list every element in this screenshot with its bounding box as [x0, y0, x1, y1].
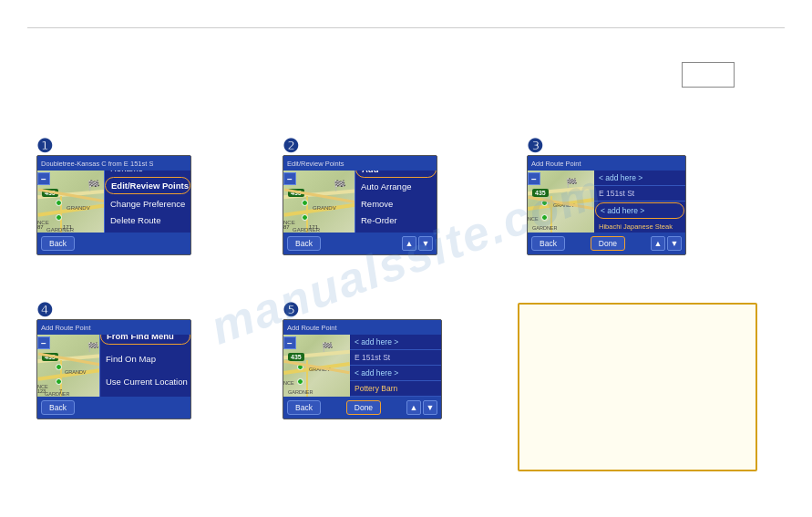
step4-header: Add Route Point — [37, 320, 190, 335]
step3-done[interactable]: Done — [591, 236, 625, 251]
map-dot1 — [56, 200, 62, 206]
map-flag2: 🏁 — [334, 180, 346, 191]
map-minus-btn[interactable]: − — [37, 172, 50, 185]
step3-bottom: Back Done ▲ ▼ — [528, 233, 685, 254]
menu-remove[interactable]: Remove — [355, 196, 437, 212]
route-e-151st: E 151st St — [594, 186, 685, 202]
route-add-here-1[interactable]: < add here > — [594, 171, 685, 186]
map-num2: 171 — [309, 224, 318, 230]
top-right-box — [682, 62, 735, 88]
step2-screen: Edit/Review Points 435 🏁 NCE GRANDV GARD… — [283, 155, 437, 255]
step2-shield: 435 — [288, 189, 304, 197]
map-flag4: 🏁 — [87, 342, 98, 352]
step5-back[interactable]: Back — [287, 400, 321, 415]
s5-route-add-here-1[interactable]: < add here > — [350, 335, 441, 350]
step2-arrows: ▲ ▼ — [402, 236, 433, 251]
menu-auto-arrange[interactable]: Auto Arrange — [355, 179, 437, 194]
step5-arrow-down[interactable]: ▼ — [423, 400, 437, 415]
map-label-grandv4: GRANDV — [65, 369, 87, 375]
map-dot2 — [302, 214, 308, 221]
map-label-nce3: NCE — [528, 216, 539, 222]
step4-back[interactable]: Back — [41, 400, 75, 415]
map-dot1 — [297, 364, 303, 370]
step3-header: Add Route Point — [528, 156, 685, 171]
step5-arrow-up[interactable]: ▲ — [406, 400, 421, 415]
map-dot2 — [297, 378, 303, 385]
step1-back[interactable]: Back — [41, 236, 75, 251]
map-flag5: 🏁 — [322, 342, 333, 352]
step3-arrow-down[interactable]: ▼ — [667, 236, 682, 251]
step3-arrows: ▲ ▼ — [651, 236, 682, 251]
step3-back[interactable]: Back — [531, 236, 565, 251]
s5-route-pottery-barn: Pottery Barn — [350, 381, 441, 397]
map-label-gardner3: GARDNER — [532, 225, 558, 231]
map-label-gardner5: GARDNER — [288, 389, 313, 395]
menu-re-order[interactable]: Re-Order — [355, 212, 437, 228]
map-dot2 — [541, 214, 548, 221]
map-dot1 — [56, 364, 62, 370]
step2-back[interactable]: Back — [287, 236, 321, 251]
step2-bottom: Back ▲ ▼ — [283, 233, 437, 254]
s5-route-e-151st: E 151st St — [350, 350, 441, 366]
step4-screen: Add Route Point 435 🏁 NCE GRANDV GARDNER… — [36, 319, 191, 419]
road1 — [528, 198, 594, 211]
map-minus-btn3[interactable]: − — [528, 172, 540, 185]
menu-use-current[interactable]: Use Current Location — [100, 374, 190, 389]
map-flag1: 🏁 — [87, 180, 100, 191]
map-minus-btn4[interactable]: − — [37, 336, 50, 349]
map-label-nce5: NCE — [283, 380, 294, 386]
route-add-here-2[interactable]: < add here > — [595, 202, 684, 219]
step4-area: ❹ Add Route Point 435 🏁 NCE GRANDV GARDN… — [36, 299, 53, 324]
step2-arrow-up[interactable]: ▲ — [402, 236, 416, 251]
step4-shield: 435 — [42, 353, 58, 361]
step3-route-list: < add here > E 151st St < add here > Hib… — [594, 171, 685, 233]
step2-number: ❷ — [283, 135, 299, 157]
map-dot2 — [56, 214, 62, 221]
map-dot2 — [56, 378, 62, 385]
menu-find-on-map[interactable]: Find On Map — [100, 351, 190, 367]
step3-screen: Add Route Point 435 🏁 NCE GRANDV GARDNER… — [527, 155, 686, 255]
step2-header: Edit/Review Points — [283, 156, 437, 171]
notes-empty-box — [518, 303, 757, 471]
map-dot1 — [302, 200, 308, 206]
map-minus-btn2[interactable]: − — [283, 172, 296, 185]
map-num1-4: 123 — [37, 388, 46, 394]
map-label-grandv3: GRANDV — [553, 202, 575, 208]
map-label-171: 171 — [63, 224, 72, 230]
map-label-grandv: GRANDV — [67, 205, 90, 211]
step5-route-list: < add here > E 151st St < add here > Pot… — [350, 335, 441, 397]
step1-area: ❶ Doubletree-Kansas C from E 151st S 435… — [36, 135, 53, 160]
step4-number: ❹ — [36, 299, 53, 321]
step5-shield: 435 — [288, 353, 304, 361]
step1-shield: 435 — [42, 189, 58, 197]
step5-arrows: ▲ ▼ — [406, 400, 437, 415]
step4-bottom: Back — [37, 397, 190, 419]
s5-route-add-here-2[interactable]: < add here > — [350, 366, 441, 381]
map-num1: 87 — [283, 224, 290, 230]
top-border — [27, 27, 785, 28]
step2-area: ❷ Edit/Review Points 435 🏁 NCE GRANDV GA… — [283, 135, 299, 160]
step3-shield: 435 — [532, 189, 549, 197]
step5-header: Add Route Point — [283, 320, 441, 335]
step1-bottom: Back — [37, 233, 190, 254]
map-dot1 — [541, 200, 548, 206]
step1-screen: Doubletree-Kansas C from E 151st S 435 🏁… — [36, 155, 191, 255]
step1-header: Doubletree-Kansas C from E 151st S — [37, 156, 190, 171]
step2-arrow-down[interactable]: ▼ — [418, 236, 433, 251]
map-label-grandv2: GRANDV — [313, 205, 336, 211]
step3-number: ❸ — [527, 135, 543, 157]
map-label-87: 87 — [37, 224, 44, 230]
menu-edit-review[interactable]: Edit/Review Points — [105, 177, 190, 194]
step1-number: ❶ — [36, 135, 53, 157]
map-flag3: 🏁 — [566, 178, 577, 188]
map-num2-4: 7 — [59, 388, 62, 394]
map-minus-btn5[interactable]: − — [283, 336, 296, 349]
step5-screen: Add Route Point 435 🏁 NCE GRANDV GARDNER… — [283, 319, 442, 419]
menu-delete-route[interactable]: Delete Route — [105, 212, 190, 228]
step5-done[interactable]: Done — [346, 400, 381, 415]
road1 — [283, 362, 350, 375]
step5-bottom: Back Done ▲ ▼ — [283, 397, 441, 419]
menu-change-pref[interactable]: Change Preference — [105, 196, 190, 212]
step3-arrow-up[interactable]: ▲ — [651, 236, 665, 251]
map-label-grandv5: GRANDV — [309, 367, 331, 372]
